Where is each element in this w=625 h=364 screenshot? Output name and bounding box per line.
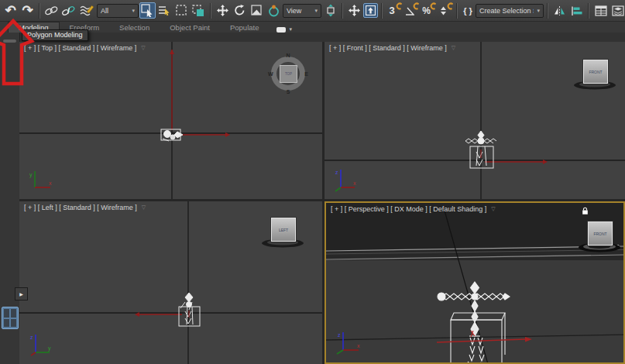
- svg-text:z: z: [30, 335, 33, 340]
- toolbar-separator: [210, 3, 211, 19]
- compass-west-label[interactable]: W: [268, 71, 273, 77]
- viewport-top[interactable]: [ + ] [ Top ] [ Standard ] [ Wireframe ]…: [19, 42, 322, 199]
- select-object-button[interactable]: [139, 2, 156, 19]
- compass-east-label[interactable]: E: [304, 71, 308, 77]
- select-and-place-icon[interactable]: [266, 2, 282, 19]
- viewcube-compass[interactable]: N S W E TOP: [266, 52, 310, 95]
- tab-populate[interactable]: Populate: [220, 22, 270, 33]
- toolbar-separator: [342, 3, 343, 19]
- toggle-layer-explorer-icon[interactable]: [610, 2, 625, 19]
- edit-named-selection-sets-icon[interactable]: { }: [461, 2, 475, 19]
- select-and-scale-icon[interactable]: [249, 2, 265, 19]
- viewport-menu-icon[interactable]: ▽: [452, 45, 455, 51]
- bind-to-space-warp-icon[interactable]: [77, 2, 96, 19]
- select-and-move-icon[interactable]: [215, 2, 231, 19]
- percent-snap-toggle-icon[interactable]: %: [420, 2, 436, 19]
- tab-object-paint[interactable]: Object Paint: [160, 22, 220, 33]
- viewcube-face[interactable]: FRONT: [583, 60, 608, 84]
- viewcube-face-label: TOP: [285, 72, 292, 76]
- dropdown-arrow-icon: ▾: [132, 8, 135, 14]
- viewport-menu-icon[interactable]: ▽: [491, 206, 495, 212]
- keyboard-shortcut-override-button[interactable]: [363, 3, 378, 18]
- biped-left-view: [179, 293, 200, 326]
- window-crossing-toggle-icon[interactable]: [191, 2, 207, 19]
- flyout-arrow-icon: ▶: [19, 291, 23, 297]
- named-selection-set-value: Create Selection Se: [479, 7, 534, 15]
- viewport-menu-icon[interactable]: ▽: [141, 45, 145, 51]
- viewport-left[interactable]: [ + ] [ Left ] [ Standard ] [ Wireframe …: [19, 201, 322, 364]
- ribbon-minimize-control[interactable]: ▾: [276, 26, 292, 33]
- viewcube-face-label: LEFT: [279, 228, 288, 232]
- viewcube-face[interactable]: FRONT: [588, 221, 613, 246]
- viewport-perspective-label[interactable]: [ + ] [ Perspective ] [ DX Mode ] [ Defa…: [331, 205, 496, 213]
- named-selection-set-dropdown[interactable]: Create Selection Se ▾: [476, 4, 544, 18]
- layout-flyout-button[interactable]: ▶: [15, 287, 28, 300]
- axis-tripod: z y: [27, 332, 55, 359]
- compass-north-label[interactable]: N: [286, 53, 290, 58]
- viewcube[interactable]: LEFT: [260, 216, 305, 252]
- svg-text:x: x: [49, 180, 52, 186]
- viewport-left-label[interactable]: [ + ] [ Left ] [ Standard ] [ Wireframe …: [24, 204, 146, 211]
- rectangular-selection-region-icon[interactable]: [173, 2, 190, 19]
- toolbar-drag-handle[interactable]: [3, 39, 16, 43]
- viewport-front[interactable]: [ + ] [ Front ] [ Standard ] [ Wireframe…: [325, 42, 625, 199]
- viewport-perspective[interactable]: [ + ] [ Perspective ] [ DX Mode ] [ Defa…: [325, 201, 625, 364]
- selection-filter-dropdown[interactable]: All ▾: [97, 4, 139, 18]
- layout-cell: [4, 319, 9, 328]
- axis-tripod: z x: [334, 329, 365, 357]
- align-icon[interactable]: [568, 2, 585, 19]
- svg-text:x: x: [357, 343, 360, 349]
- viewcube[interactable]: FRONT: [572, 58, 617, 94]
- tab-selection[interactable]: Selection: [109, 22, 160, 33]
- polygon-modeling-tooltip: Polygon Modeling: [22, 29, 88, 41]
- mirror-icon[interactable]: [551, 2, 568, 19]
- 3dsmax-window: ↶ ↷ All ▾: [0, 0, 625, 364]
- unlink-selection-icon[interactable]: [60, 2, 77, 19]
- biped-front-view: [465, 131, 496, 168]
- select-and-rotate-icon[interactable]: [232, 2, 248, 19]
- undo-icon[interactable]: ↶: [2, 2, 19, 19]
- svg-text:y: y: [29, 172, 33, 178]
- reference-coordinate-value: View: [287, 7, 301, 15]
- viewport-top-label[interactable]: [ + ] [ Top ] [ Standard ] [ Wireframe ]…: [24, 44, 146, 52]
- viewport-label-text: [ + ] [ Front ] [ Standard ] [ Wireframe…: [329, 44, 447, 52]
- layout-cell: [11, 309, 16, 318]
- select-by-name-icon[interactable]: [156, 2, 173, 19]
- viewcube-face[interactable]: LEFT: [271, 218, 296, 242]
- selection-filter-value: All: [101, 7, 108, 15]
- toolbar-separator: [547, 3, 548, 19]
- svg-text:x: x: [353, 180, 356, 186]
- viewport-label-text: [ + ] [ Top ] [ Standard ] [ Wireframe ]: [24, 44, 136, 52]
- select-and-link-icon[interactable]: [43, 2, 60, 19]
- dropdown-arrow-icon: ▾: [314, 8, 318, 14]
- viewport-menu-icon[interactable]: ▽: [142, 204, 146, 211]
- compass-south-label[interactable]: S: [287, 89, 290, 94]
- layout-cell: [4, 309, 9, 318]
- viewcube-face-label: FRONT: [589, 70, 602, 74]
- viewcube-face-label: FRONT: [593, 232, 606, 236]
- snaps-toggle-3d-icon[interactable]: 3: [386, 2, 402, 19]
- select-and-manipulate-icon[interactable]: [346, 2, 362, 19]
- toolbar-separator: [39, 3, 40, 19]
- axis-tripod: z x: [332, 167, 360, 194]
- spinner-snap-toggle-icon[interactable]: [437, 2, 453, 19]
- angle-snap-toggle-icon[interactable]: [403, 2, 419, 19]
- reference-coordinate-dropdown[interactable]: View ▾: [283, 4, 321, 18]
- lock-icon: [582, 207, 589, 215]
- use-pivot-point-center-icon[interactable]: [322, 2, 338, 19]
- viewcube-face[interactable]: TOP: [280, 65, 297, 83]
- redo-icon[interactable]: ↷: [19, 2, 36, 19]
- main-toolbar: ↶ ↷ All ▾: [0, 0, 625, 22]
- viewcube[interactable]: FRONT: [577, 220, 622, 256]
- ribbon-minimize-icon: [276, 27, 286, 33]
- layout-cell: [11, 319, 16, 328]
- svg-text:y: y: [48, 345, 51, 352]
- svg-text:z: z: [338, 332, 341, 338]
- toolbar-separator: [588, 3, 589, 19]
- dropdown-arrow-icon: ▾: [289, 26, 292, 33]
- layout-2x2-button[interactable]: [2, 307, 19, 329]
- viewport-front-label[interactable]: [ + ] [ Front ] [ Standard ] [ Wireframe…: [329, 44, 455, 52]
- svg-text:z: z: [335, 170, 338, 175]
- tooltip-text: Polygon Modeling: [27, 31, 83, 39]
- toggle-scene-explorer-icon[interactable]: [592, 2, 609, 19]
